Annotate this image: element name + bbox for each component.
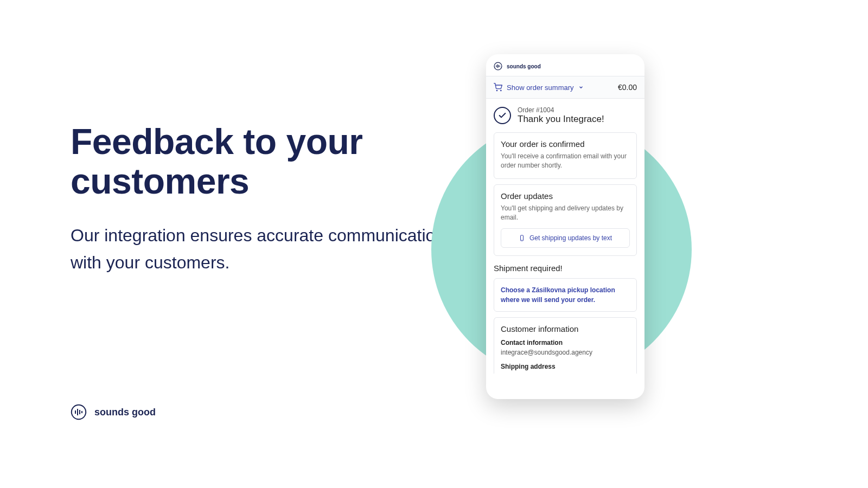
cart-icon (494, 83, 502, 92)
phone-mock: sounds good Show order summary €0.00 (486, 54, 644, 399)
shipment-required-title: Shipment required! (494, 261, 637, 278)
card-desc: You'll receive a confirmation email with… (501, 152, 630, 171)
card-customer-info: Customer information Contact information… (494, 317, 637, 374)
phone-brand-label: sounds good (507, 63, 541, 69)
card-desc: You'll get shipping and delivery updates… (501, 204, 630, 223)
card-order-confirmed: Your order is confirmed You'll receive a… (494, 132, 637, 179)
brand-logo-icon (494, 62, 502, 70)
card-order-updates: Order updates You'll get shipping and de… (494, 184, 637, 256)
brand-name: sounds good (94, 407, 156, 418)
shipping-address-label: Shipping address (501, 363, 630, 370)
pickup-location-notice[interactable]: Choose a Zásilkovna pickup location wher… (494, 278, 637, 312)
phone-icon (519, 235, 525, 241)
checkmark-icon (494, 107, 511, 124)
card-title: Your order is confirmed (501, 139, 630, 149)
contact-info-label: Contact information (501, 339, 630, 346)
customer-info-title: Customer information (501, 324, 630, 333)
subheadline: Our integration ensures accurate communi… (71, 222, 450, 276)
order-summary-price: €0.00 (618, 83, 637, 92)
svg-point-0 (72, 405, 86, 419)
svg-point-5 (494, 62, 502, 70)
confirmation-header: Order #1004 Thank you Integrace! (494, 106, 637, 125)
card-title: Order updates (501, 191, 630, 201)
brand-logo-icon (71, 404, 87, 420)
headline: Feedback to your customers (71, 122, 418, 201)
button-label: Get shipping updates by text (529, 234, 612, 242)
chevron-down-icon (578, 85, 584, 90)
svg-point-10 (496, 90, 497, 91)
order-number: Order #1004 (518, 106, 604, 114)
marketing-slide: Feedback to your customers Our integrati… (0, 0, 868, 488)
phone-header: sounds good (486, 54, 644, 76)
svg-point-11 (501, 90, 501, 91)
order-summary-toggle[interactable]: Show order summary €0.00 (486, 76, 644, 99)
order-summary-label: Show order summary (507, 84, 574, 92)
thank-you-message: Thank you Integrace! (518, 114, 604, 125)
brand-footer: sounds good (71, 404, 156, 420)
contact-email: integrace@soundsgood.agency (501, 349, 630, 356)
get-text-updates-button[interactable]: Get shipping updates by text (501, 228, 630, 248)
